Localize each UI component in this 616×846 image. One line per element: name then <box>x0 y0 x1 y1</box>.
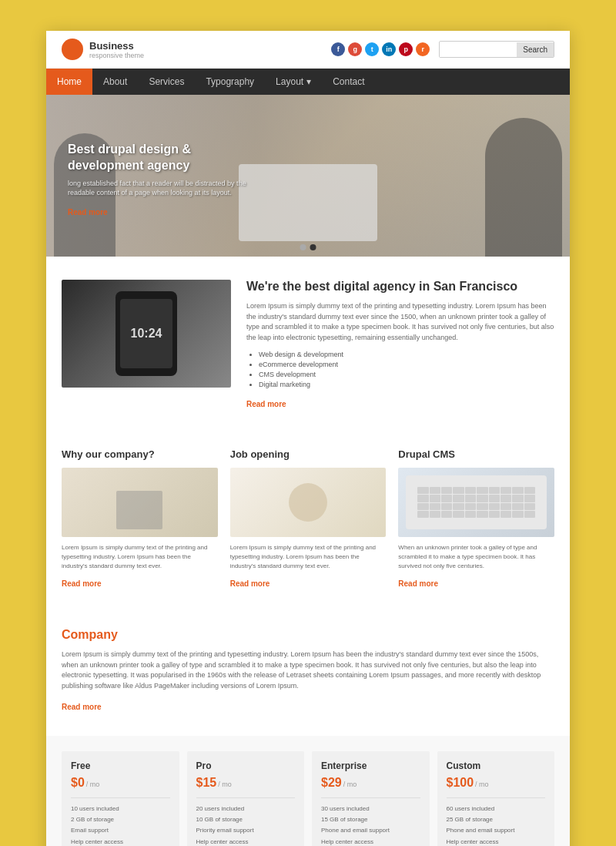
logo-area: Business responsive theme <box>62 39 331 60</box>
key <box>512 487 523 494</box>
list-item: Digital marketing <box>259 381 554 388</box>
col-2-image <box>230 468 387 537</box>
googleplus-icon[interactable]: g <box>348 42 362 56</box>
col-item-2: Job opening Lorem Ipsum is simply dummy … <box>230 448 387 589</box>
phone-screen: 10:24 <box>120 299 172 368</box>
company-section: Company Lorem Ipsum is simply dummy text… <box>46 613 570 736</box>
key <box>441 487 452 494</box>
key <box>500 511 511 518</box>
pricing-card-free: Free $0 / mo 10 users included 2 GB of s… <box>62 751 179 846</box>
rss-icon[interactable]: r <box>416 42 430 56</box>
three-columns-section: Why our company? Lorem Ipsum is simply d… <box>46 433 570 613</box>
hero-slider: Best drupal design & development agency … <box>46 95 570 257</box>
col-1-title: Why our company? <box>62 448 218 460</box>
key <box>465 503 476 510</box>
col-item-3: Drupal CMS <box>398 448 554 589</box>
pricing-feature: Phone and email support <box>321 826 420 834</box>
key <box>489 503 500 510</box>
key <box>477 503 487 510</box>
twitter-icon[interactable]: t <box>365 42 379 56</box>
hero-title: Best drupal design & development agency <box>68 142 253 174</box>
pricing-feature: 10 users included <box>71 804 170 813</box>
search-form: Search <box>439 41 554 58</box>
pricing-card-pro: Pro $15 / mo 20 users included 10 GB of … <box>187 751 305 846</box>
key <box>465 495 476 502</box>
laptop-shape <box>239 164 377 241</box>
pricing-period-custom: / mo <box>475 781 489 788</box>
about-list: Web design & development eCommerce devel… <box>246 351 554 388</box>
hero-readmore-link[interactable]: Read more <box>68 208 108 217</box>
list-item: CMS development <box>259 371 554 378</box>
slider-dots <box>300 244 316 250</box>
search-button[interactable]: Search <box>517 42 554 57</box>
pricing-feature: Priority email support <box>196 826 296 834</box>
key <box>441 495 452 502</box>
col-3-readmore[interactable]: Read more <box>398 579 438 588</box>
pricing-price-enterprise: $29 <box>321 776 342 790</box>
pricing-section: Free $0 / mo 10 users included 2 GB of s… <box>46 736 570 846</box>
key <box>430 495 440 502</box>
linkedin-icon[interactable]: in <box>382 42 396 56</box>
pricing-feature: 2 GB of storage <box>71 815 170 824</box>
pricing-period-pro: / mo <box>218 781 232 788</box>
col-2-readmore[interactable]: Read more <box>230 579 270 588</box>
slider-dot-2[interactable] <box>310 244 316 250</box>
pricing-feature: 25 GB of storage <box>447 815 546 824</box>
about-text: Lorem Ipsum is simply dummy text of the … <box>246 301 554 343</box>
pricing-divider <box>321 797 420 798</box>
key <box>453 495 464 502</box>
company-readmore-link[interactable]: Read more <box>62 703 102 711</box>
about-readmore-link[interactable]: Read more <box>246 400 286 408</box>
coffee-cup-shape <box>289 483 327 522</box>
col-3-text: When an unknown printer took a galley of… <box>398 543 554 571</box>
key <box>512 511 523 518</box>
key <box>512 503 523 510</box>
key <box>524 495 535 502</box>
nav-item-home[interactable]: Home <box>46 69 92 95</box>
pricing-divider <box>196 797 296 798</box>
key <box>417 495 428 502</box>
key <box>489 495 500 502</box>
pricing-name-free: Free <box>71 760 170 771</box>
key <box>417 487 428 494</box>
pricing-price-pro: $15 <box>196 776 217 790</box>
key <box>453 487 464 494</box>
logo-subtitle: responsive theme <box>89 52 144 59</box>
pricing-divider <box>447 797 546 798</box>
pricing-period-free: / mo <box>86 781 100 788</box>
key <box>500 487 511 494</box>
nav-item-about[interactable]: About <box>92 69 138 95</box>
pinterest-icon[interactable]: p <box>399 42 413 56</box>
col-2-title: Job opening <box>230 448 387 460</box>
pricing-feature: 10 GB of storage <box>196 815 296 824</box>
pricing-feature: Help center access <box>196 838 296 846</box>
col-item-1: Why our company? Lorem Ipsum is simply d… <box>62 448 218 589</box>
keyboard-shape <box>406 475 547 529</box>
nav-item-services[interactable]: Services <box>138 69 195 95</box>
nav-item-typography[interactable]: Typography <box>195 69 265 95</box>
site-header: Business responsive theme f g t in p r S… <box>46 31 570 69</box>
search-input[interactable] <box>440 42 517 57</box>
key <box>441 503 452 510</box>
list-item: Web design & development <box>259 351 554 358</box>
key <box>417 511 428 518</box>
three-cols-grid: Why our company? Lorem Ipsum is simply d… <box>62 448 554 589</box>
pricing-feature: Help center access <box>71 838 170 846</box>
page-wrapper: Business responsive theme f g t in p r S… <box>46 31 570 846</box>
nav-item-layout[interactable]: Layout ▾ <box>265 69 322 95</box>
key <box>441 511 452 518</box>
nav-item-contact[interactable]: Contact <box>322 69 375 95</box>
key <box>465 511 476 518</box>
key <box>477 511 487 518</box>
facebook-icon[interactable]: f <box>331 42 345 56</box>
key <box>524 487 535 494</box>
about-title: We're the best digital agency in San Fra… <box>246 280 554 294</box>
col-1-readmore[interactable]: Read more <box>62 579 102 588</box>
key <box>489 487 500 494</box>
col-3-title: Drupal CMS <box>398 448 554 460</box>
pricing-price-free: $0 <box>71 776 85 790</box>
hero-content: Best drupal design & development agency … <box>68 142 253 218</box>
social-icons-group: f g t in p r <box>331 42 430 56</box>
about-content: We're the best digital agency in San Fra… <box>246 280 554 410</box>
slider-dot-1[interactable] <box>300 244 306 250</box>
